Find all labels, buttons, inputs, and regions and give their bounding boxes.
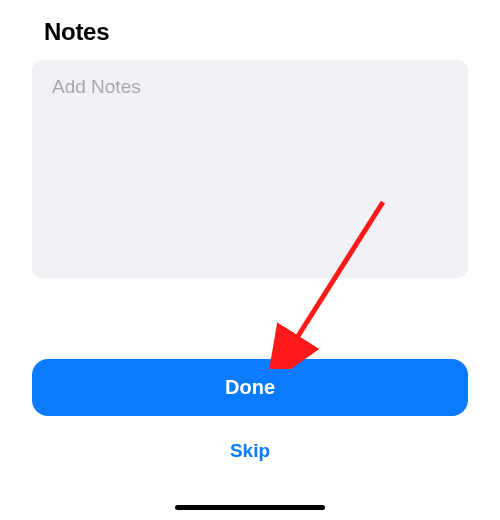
done-button-label: Done xyxy=(225,376,275,399)
done-button[interactable]: Done xyxy=(32,359,468,416)
notes-placeholder: Add Notes xyxy=(52,76,141,97)
notes-input[interactable]: Add Notes xyxy=(32,60,468,278)
skip-button[interactable]: Skip xyxy=(32,440,468,462)
button-group: Done Skip xyxy=(32,359,468,462)
skip-button-label: Skip xyxy=(230,440,270,461)
notes-section: Notes Add Notes xyxy=(0,18,500,278)
home-indicator[interactable] xyxy=(175,505,325,510)
page-title: Notes xyxy=(44,18,500,46)
